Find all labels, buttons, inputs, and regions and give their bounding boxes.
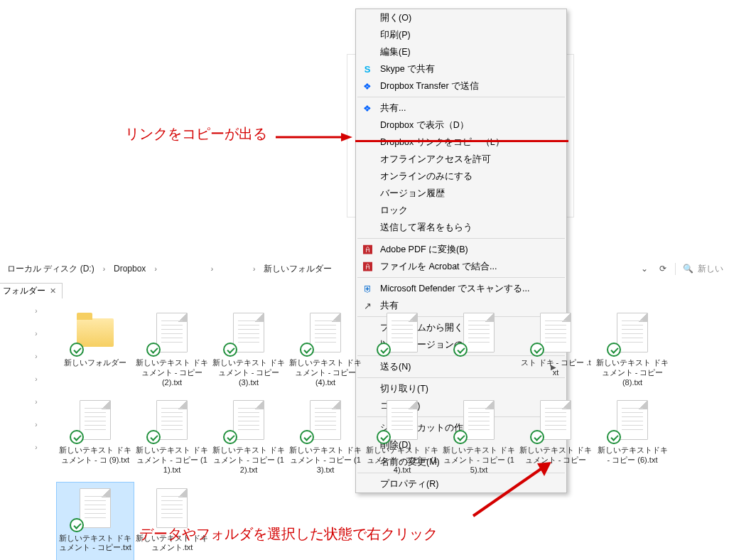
menu-version-label: バージョン履歴 xyxy=(380,188,445,200)
text-file-icon xyxy=(149,485,195,531)
file-item[interactable]: 新しいテキスト ドキュメント - コピー (11).txt xyxy=(134,394,210,482)
text-file-icon xyxy=(303,397,348,443)
file-item[interactable]: 新しいテキスト ドキュメント - コピー (13).txt xyxy=(287,394,364,482)
menu-skype-share[interactable]: SSkype で共有 xyxy=(356,60,566,77)
breadcrumb-item[interactable]: 新しいフォルダー xyxy=(261,262,335,276)
sync-check-icon xyxy=(146,430,161,444)
menu-dropbox-transfer[interactable]: ❖Dropbox Transfer で送信 xyxy=(356,77,566,95)
file-item[interactable]: 新しいテキスト ドキュメント - コピー (15).txt xyxy=(441,394,517,482)
file-item[interactable]: 新しいテキスト ドキュメント - コピー xyxy=(517,394,594,482)
menu-dbx-show[interactable]: Dropbox で表示（D） xyxy=(356,117,566,134)
shield-icon: ⛨ xyxy=(362,283,373,294)
skype-icon: S xyxy=(362,63,373,75)
sync-check-icon xyxy=(70,430,84,444)
breadcrumb-item[interactable]: Dropbox xyxy=(111,262,148,275)
search-box[interactable]: 🔍 新しい xyxy=(675,263,723,275)
menu-convert-pdf[interactable]: 🅰Adobe PDF に変換(B) xyxy=(356,241,566,258)
sync-check-icon xyxy=(453,430,468,444)
file-item[interactable]: 新しいテキスト ドキュメント - コピー (4).txt xyxy=(287,307,364,394)
file-item[interactable] xyxy=(364,307,441,394)
tree-twisty-icon[interactable]: › xyxy=(30,398,43,421)
refresh-icon[interactable]: ⟳ xyxy=(657,261,669,276)
file-item[interactable]: 新しいテキスト ドキュメント - コピー (12).txt xyxy=(210,394,287,482)
file-item[interactable]: スト ドキ - コピー .txt xyxy=(517,307,594,394)
menu-dbx-show-label: Dropbox で表示（D） xyxy=(380,119,469,131)
text-file-icon xyxy=(533,310,578,355)
tree-twisty-icon[interactable]: › xyxy=(30,330,43,352)
file-item[interactable]: 新しいテキスト ドキュメント.txt xyxy=(134,483,210,561)
menu-lock[interactable]: ロック xyxy=(356,202,566,219)
menu-online-label: オンラインのみにする xyxy=(380,171,472,183)
menu-defender-label: Microsoft Defender でスキャンする... xyxy=(380,283,530,295)
sync-check-icon xyxy=(223,430,237,444)
file-item[interactable]: 新しいテキストドキ - コピー (6).txt xyxy=(594,394,671,482)
breadcrumb-item[interactable] xyxy=(163,267,205,270)
menu-dbx-copylink-label: Dropbox リンクをコピー（L） xyxy=(380,136,504,149)
sync-check-icon xyxy=(300,343,314,357)
sync-check-icon xyxy=(300,430,314,444)
file-item[interactable]: 新しいテキスト ドキュメント - コ (9).txt xyxy=(57,394,134,482)
tree-twisty-icon[interactable]: › xyxy=(30,307,43,330)
menu-offline[interactable]: オフラインアクセスを許可 xyxy=(356,151,566,168)
folder-item[interactable]: 新しいフォルダー xyxy=(57,307,134,394)
file-label: 新しいテキスト ドキュメント - コピー (8).txt xyxy=(595,358,669,387)
text-file-icon xyxy=(149,397,195,443)
tab-strip: フォルダー ✕ xyxy=(0,283,63,298)
file-label: 新しいテキスト ドキュメント - コピー (11).txt xyxy=(135,446,209,475)
chevron-right-icon: › xyxy=(207,265,217,273)
menu-open-label: 開く(O) xyxy=(380,12,411,24)
text-file-icon xyxy=(379,397,425,443)
pdf-icon: 🅰 xyxy=(362,244,373,255)
close-icon[interactable]: ✕ xyxy=(50,286,56,296)
tree-twisty-icon[interactable]: › xyxy=(30,375,43,398)
sync-check-icon xyxy=(377,430,391,444)
menu-defender-scan[interactable]: ⛨Microsoft Defender でスキャンする... xyxy=(356,280,566,297)
file-label: 新しいテキスト ドキュメント - コピー (12).txt xyxy=(212,446,286,475)
file-item[interactable]: 新しいテキスト ドキュメント - コピー (2).txt xyxy=(134,307,210,394)
breadcrumb-dropdown-icon[interactable]: ⌄ xyxy=(638,261,651,276)
menu-print[interactable]: 印刷(P) xyxy=(356,26,566,43)
menu-dbx-copy-link[interactable]: Dropbox リンクをコピー（L） xyxy=(356,134,566,151)
chevron-right-icon: › xyxy=(150,265,161,273)
menu-share[interactable]: ❖共有... xyxy=(356,99,566,117)
address-bar: ローカル ディスク (D:)› Dropbox› › › 新しいフォルダー ⌄ … xyxy=(0,259,729,279)
chevron-right-icon: › xyxy=(249,265,259,273)
sync-check-icon xyxy=(70,343,84,357)
file-item[interactable]: 新しいテキスト ドキュメント - コピー (8).txt xyxy=(594,307,671,394)
file-label: 新しいテキスト ドキュメント - コピー (15).txt xyxy=(442,446,516,475)
breadcrumb-item[interactable]: ローカル ディスク (D:) xyxy=(4,262,97,276)
sync-check-icon xyxy=(377,343,391,357)
menu-online-only[interactable]: オンラインのみにする xyxy=(356,168,566,185)
breadcrumb-item[interactable] xyxy=(219,267,247,270)
tree-twisty-icon[interactable]: › xyxy=(30,352,43,375)
tab-folder[interactable]: フォルダー ✕ xyxy=(0,283,63,298)
menu-share-label: 共有... xyxy=(380,102,406,114)
sync-check-icon xyxy=(530,430,544,444)
sync-check-icon xyxy=(607,430,621,444)
breadcrumb[interactable]: ローカル ディスク (D:)› Dropbox› › › 新しいフォルダー xyxy=(0,262,335,276)
menu-skype-label: Skype で共有 xyxy=(380,63,435,75)
file-label: 新しいテキスト ドキュメント - コピー (3).txt xyxy=(212,358,286,387)
menu-request-signature[interactable]: 送信して署名をもらう xyxy=(356,219,566,236)
text-file-icon xyxy=(610,310,655,355)
chevron-right-icon: › xyxy=(99,265,109,273)
menu-open[interactable]: 開く(O) xyxy=(356,9,566,26)
file-item[interactable]: 新しいテキスト ドキュメント - コピー (14).txt xyxy=(364,394,441,482)
menu-separator xyxy=(357,238,565,239)
file-item[interactable]: 新しいテキスト ドキュメント - コピー.txt xyxy=(57,483,134,561)
search-icon: 🔍 xyxy=(683,264,693,274)
text-file-icon xyxy=(72,397,118,443)
file-item[interactable]: 新しいテキスト ドキュメント - コピー (3).txt xyxy=(210,307,287,394)
file-label: 新しいテキスト ドキュメント - コピー (2).txt xyxy=(135,358,209,387)
file-grid: 新しいフォルダー新しいテキスト ドキュメント - コピー (2).txt新しいテ… xyxy=(37,307,729,560)
tree-twisty-icon[interactable]: › xyxy=(30,443,43,466)
text-file-icon xyxy=(226,310,271,355)
file-item[interactable] xyxy=(441,307,517,394)
menu-separator xyxy=(357,97,565,97)
text-file-icon xyxy=(456,310,502,355)
file-label: 新しいテキスト ドキュメント - コ (9).txt xyxy=(58,446,132,465)
menu-version-history[interactable]: バージョン履歴 xyxy=(356,185,566,202)
file-label: スト ドキ - コピー .txt xyxy=(519,358,593,378)
tree-twisty-icon[interactable]: › xyxy=(30,421,43,443)
menu-edit[interactable]: 編集(E) xyxy=(356,43,566,60)
